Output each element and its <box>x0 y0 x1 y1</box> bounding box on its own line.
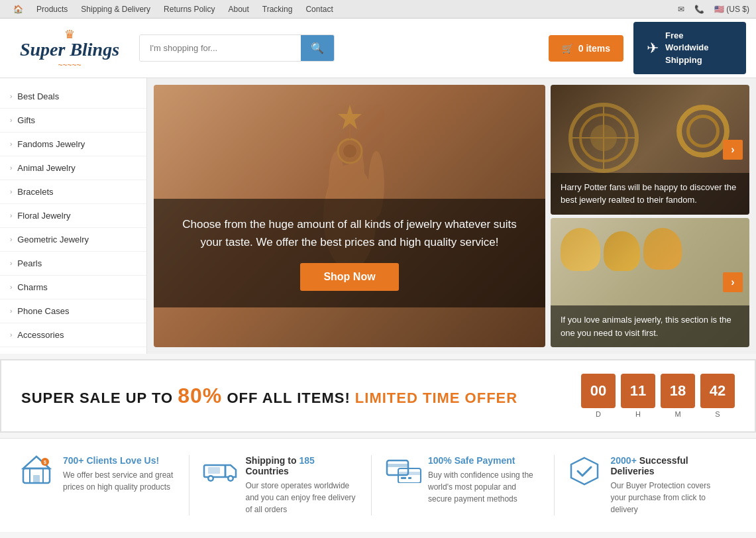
sidebar-item-geometric[interactable]: › Geometric Jewelry <box>0 228 146 252</box>
countdown-seconds: 42 S <box>700 374 735 418</box>
ring-head-3 <box>643 228 682 270</box>
hero-overlay: Choose from the huge amount of all kinds… <box>154 199 545 307</box>
svg-rect-26 <box>208 467 220 474</box>
ring-head-2 <box>604 231 640 271</box>
countdown-timer: 00 D 11 H 18 M 42 S <box>581 374 735 418</box>
sidebar-item-fandoms[interactable]: › Fandoms Jewelry <box>0 133 146 156</box>
feature-payment-desc: Buy with confidence using the world's mo… <box>428 469 541 505</box>
top-nav-right: ✉ 📞 🇺🇸 (US $) <box>678 5 749 14</box>
countdown-minutes: 18 M <box>661 374 695 418</box>
svg-rect-17 <box>33 475 40 483</box>
deliveries-icon <box>568 455 601 493</box>
payment-icon <box>385 455 418 489</box>
cart-button[interactable]: 🛒 0 items <box>549 35 623 62</box>
nav-returns[interactable]: Returns Policy <box>157 0 221 19</box>
svg-rect-31 <box>401 477 406 479</box>
svg-rect-30 <box>398 472 421 475</box>
sidebar-item-charms[interactable]: › Charms <box>0 276 146 299</box>
hero-banner[interactable]: Choose from the huge amount of all kinds… <box>154 85 545 347</box>
search-input[interactable] <box>140 35 301 61</box>
feature-clients: $ 700+ Clients Love Us! We offer best se… <box>20 455 189 515</box>
feature-payment: 100% Safe Payment Buy with confidence us… <box>372 455 555 515</box>
free-shipping-text: Free Worldwide Shipping <box>665 30 708 66</box>
svg-rect-28 <box>387 464 408 467</box>
chevron-right-icon: › <box>10 212 12 219</box>
sidebar-item-best-deals[interactable]: › Best Deals <box>0 85 146 109</box>
sidebar-item-gifts[interactable]: › Gifts <box>0 109 146 133</box>
feature-shipping-desc: Our store operates worldwide and you can… <box>246 480 358 515</box>
countdown-days: 00 D <box>581 374 616 418</box>
search-button[interactable]: 🔍 <box>301 35 334 61</box>
phone-icon[interactable]: 📞 <box>694 5 704 14</box>
chevron-right-icon: › <box>10 93 12 100</box>
feature-deliveries-content: 2000+ Successful Deliveries Our Buyer Pr… <box>611 455 724 515</box>
feature-shipping-title: Shipping to 185 Countries <box>246 455 358 476</box>
cart-icon: 🛒 <box>562 43 573 54</box>
feature-payment-title: 100% Safe Payment <box>428 455 541 466</box>
animals-banner-arrow[interactable]: › <box>723 272 743 292</box>
shipping-icon <box>203 455 236 489</box>
chevron-right-icon: › <box>10 188 12 195</box>
hero-text: Choose from the huge amount of all kinds… <box>174 215 525 251</box>
sidebar-item-pearls[interactable]: › Pearls <box>0 252 146 276</box>
feature-clients-content: 700+ Clients Love Us! We offer best serv… <box>63 455 176 493</box>
chevron-right-icon: › <box>10 260 12 267</box>
nav-tracking[interactable]: Tracking <box>256 0 299 19</box>
feature-clients-desc: We offer best service and great prices o… <box>63 469 176 493</box>
content-area: Choose from the huge amount of all kinds… <box>147 78 756 354</box>
side-banners: Harry Potter fans will be happy to disco… <box>551 85 749 347</box>
hp-jewelry-svg <box>564 98 643 178</box>
svg-text:$: $ <box>44 460 46 465</box>
clients-icon: $ <box>20 455 53 491</box>
chevron-right-icon: › <box>10 140 12 148</box>
email-icon[interactable]: ✉ <box>678 5 684 14</box>
svg-point-25 <box>229 477 232 480</box>
sidebar-item-phone-cases[interactable]: › Phone Cases <box>0 299 146 323</box>
feature-payment-content: 100% Safe Payment Buy with confidence us… <box>428 455 541 505</box>
nav-about[interactable]: About <box>221 0 255 19</box>
svg-point-5 <box>343 144 356 158</box>
harry-potter-banner[interactable]: Harry Potter fans will be happy to disco… <box>551 85 749 215</box>
top-navigation: 🏠 Products Shipping & Delivery Returns P… <box>0 0 756 19</box>
logo-decoration: ~~~~~ <box>58 60 81 70</box>
sale-banner: SUPER SALE UP TO 80% OFF ALL ITEMS! LIMI… <box>0 359 756 433</box>
shop-now-button[interactable]: Shop Now <box>300 263 398 291</box>
svg-point-23 <box>209 477 212 480</box>
chevron-right-icon: › <box>10 164 12 172</box>
free-shipping-banner: ✈ Free Worldwide Shipping <box>633 22 746 74</box>
sale-text: SUPER SALE UP TO 80% OFF ALL ITEMS! LIMI… <box>21 384 517 408</box>
ring-head-1 <box>561 228 600 271</box>
hp-banner-overlay: Harry Potter fans will be happy to disco… <box>551 173 749 215</box>
chevron-right-icon: › <box>10 284 12 291</box>
nav-shipping-delivery[interactable]: Shipping & Delivery <box>74 0 157 19</box>
nav-products[interactable]: Products <box>30 0 74 19</box>
nav-items: 🏠 Products Shipping & Delivery Returns P… <box>7 0 340 19</box>
feature-deliveries: 2000+ Successful Deliveries Our Buyer Pr… <box>555 455 737 515</box>
svg-rect-32 <box>408 477 411 479</box>
sidebar-item-floral[interactable]: › Floral Jewelry <box>0 204 146 228</box>
animals-banner-overlay: If you love animals jewerly, this sectio… <box>551 305 749 347</box>
search-bar: 🔍 <box>139 34 335 62</box>
chevron-right-icon: › <box>10 331 12 339</box>
hp-banner-arrow[interactable]: › <box>723 140 743 160</box>
chevron-right-icon: › <box>10 307 12 315</box>
chevron-right-icon: › <box>10 117 12 124</box>
home-nav-item[interactable]: 🏠 <box>7 5 30 14</box>
feature-clients-title: 700+ Clients Love Us! <box>63 455 176 466</box>
sidebar-item-bracelets[interactable]: › Bracelets <box>0 180 146 204</box>
feature-deliveries-desc: Our Buyer Protection covers your purchas… <box>611 480 724 515</box>
main-container: › Best Deals › Gifts › Fandoms Jewelry ›… <box>0 78 756 354</box>
animals-banner[interactable]: If you love animals jewerly, this sectio… <box>551 218 749 348</box>
site-logo[interactable]: ♛ Super Blings ~~~~~ <box>10 27 129 70</box>
site-header: ♛ Super Blings ~~~~~ 🔍 🛒 0 items ✈ Free … <box>0 19 756 78</box>
countdown-hours: 11 H <box>621 374 655 418</box>
sidebar-item-accessories[interactable]: › Accessories <box>0 323 146 347</box>
nav-contact[interactable]: Contact <box>299 0 339 19</box>
jewelry-inner-icon <box>686 115 720 148</box>
logo-text: Super Blings <box>20 39 119 60</box>
sidebar-item-animal[interactable]: › Animal Jewelry <box>0 156 146 180</box>
flag-icon: 🇺🇸 (US $) <box>714 5 749 14</box>
feature-shipping: Shipping to 185 Countries Our store oper… <box>189 455 372 515</box>
sidebar: › Best Deals › Gifts › Fandoms Jewelry ›… <box>0 78 147 354</box>
features-section: $ 700+ Clients Love Us! We offer best se… <box>0 438 756 532</box>
